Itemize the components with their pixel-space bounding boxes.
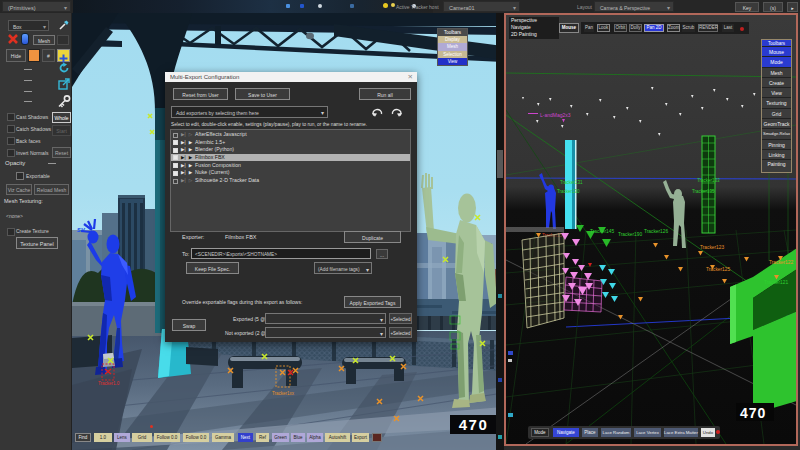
svg-text:470: 470 [740, 405, 766, 421]
svg-text:Tracker190: Tracker190 [618, 232, 642, 237]
svg-text:Tracker145: Tracker145 [590, 229, 614, 234]
svg-text:Tracker1.0: Tracker1.0 [98, 381, 120, 386]
svg-text:Tracker1xx: Tracker1xx [272, 391, 295, 396]
svg-text:Tracker133: Tracker133 [697, 178, 720, 183]
svg-text:Tracker125: Tracker125 [706, 267, 730, 272]
svg-text:Tracker126: Tracker126 [644, 229, 668, 234]
svg-text:Tracker131: Tracker131 [560, 180, 583, 185]
svg-text:Tracker135: Tracker135 [692, 189, 715, 194]
svg-text:Tracker121: Tracker121 [764, 280, 788, 285]
svg-text:L-andMag2x3: L-andMag2x3 [540, 112, 571, 118]
svg-text:Tracker130: Tracker130 [557, 189, 580, 194]
svg-text:Tracker123: Tracker123 [700, 245, 724, 250]
svg-text:Tracker122: Tracker122 [769, 260, 793, 265]
